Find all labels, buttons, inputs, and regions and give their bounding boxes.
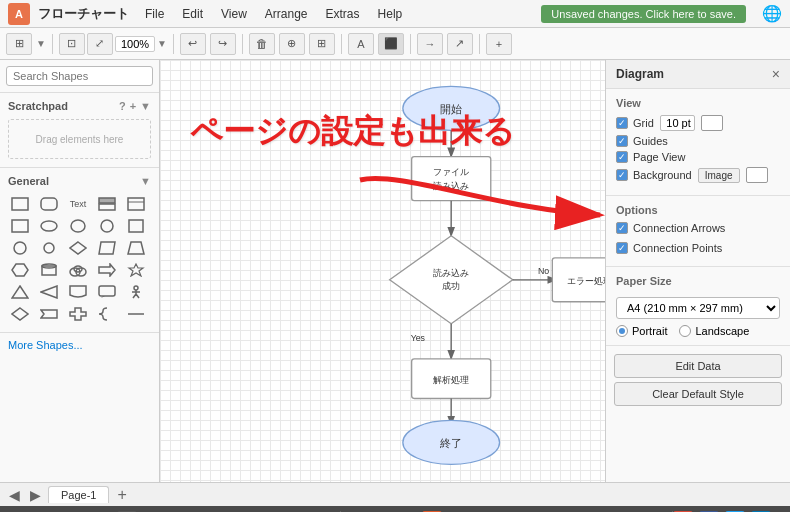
more-shapes-link[interactable]: More Shapes... [0,332,159,357]
paste-btn[interactable]: ⊞ [309,33,335,55]
menu-view[interactable]: View [213,5,255,23]
paper-size-select[interactable]: A4 (210 mm × 297 mm) A3 (297 mm × 420 mm… [616,297,780,319]
shape-banner[interactable] [37,304,61,324]
landscape-radio[interactable]: Landscape [679,325,749,337]
shape-tri[interactable] [8,282,32,302]
zoom-reset-btn[interactable]: ⤢ [87,33,113,55]
page-view-btn[interactable]: ⊞ [6,33,32,55]
shape-callout[interactable] [95,282,119,302]
scratchpad-expand-icon[interactable]: ▼ [140,100,151,112]
page-view-row: Page View [616,151,780,163]
shape-ellipse[interactable] [66,216,90,236]
shape-arrow[interactable] [95,260,119,280]
format-btn[interactable]: A [348,33,374,55]
portrait-dot [616,325,628,337]
shape-rect[interactable] [8,194,32,214]
guides-checkbox[interactable] [616,135,628,147]
panel-close-btn[interactable]: × [772,66,780,82]
bg-color-box[interactable] [746,167,768,183]
arrow-btn[interactable]: → [417,33,443,55]
menu-edit[interactable]: Edit [174,5,211,23]
shape-rect2[interactable] [8,216,32,236]
zoom-level[interactable]: 100% [115,36,155,52]
shape-doc[interactable] [66,282,90,302]
shape-trap[interactable] [124,238,148,258]
clear-style-btn[interactable]: Clear Default Style [614,382,782,406]
svg-rect-4 [128,198,144,210]
shape-line[interactable] [124,304,148,324]
canvas-area[interactable]: ページの設定も出来る 開始 ファイル 読み込み 読 [160,60,605,482]
shape-diam[interactable] [66,238,90,258]
orientation-row: Portrait Landscape [616,325,780,337]
menu-arrange[interactable]: Arrange [257,5,316,23]
bg-checkbox[interactable] [616,169,628,181]
search-input[interactable] [6,66,153,86]
options-section: Options Connection Arrows Connection Poi… [606,196,790,267]
shape-cross[interactable] [66,304,90,324]
menu-help[interactable]: Help [370,5,411,23]
conn-arrows-checkbox[interactable] [616,222,628,234]
grid-color-box[interactable] [701,115,723,131]
shape-cloud[interactable] [66,260,90,280]
shape-cyl[interactable] [37,260,61,280]
delete-btn[interactable]: 🗑 [249,33,275,55]
conn-points-row: Connection Points [616,242,780,254]
shape-oval[interactable] [37,216,61,236]
fill-btn[interactable]: ⬛ [378,33,404,55]
shape-link[interactable] [124,194,148,214]
tab-nav-left[interactable]: ◀ [6,487,23,503]
page-view-checkbox-wrap: Page View [616,151,685,163]
shape-circle[interactable] [95,216,119,236]
edit-data-btn[interactable]: Edit Data [614,354,782,378]
copy-btn[interactable]: ⊕ [279,33,305,55]
sep2 [173,34,174,54]
conn-points-wrap: Connection Points [616,242,722,254]
portrait-radio[interactable]: Portrait [616,325,667,337]
tab-nav-right[interactable]: ▶ [27,487,44,503]
redo-btn[interactable]: ↪ [210,33,236,55]
grid-label: Grid [633,117,654,129]
grid-checkbox[interactable] [616,117,628,129]
shape-square[interactable] [124,216,148,236]
add-page-btn[interactable]: + [113,486,130,504]
zoom-fit-btn[interactable]: ⊡ [59,33,85,55]
titlebar: A フローチャート File Edit View Arrange Extras … [0,0,790,28]
menu-file[interactable]: File [137,5,172,23]
shape-tri2[interactable] [37,282,61,302]
shape-circle3[interactable] [37,238,61,258]
general-collapse-icon[interactable]: ▼ [140,175,151,187]
shape-para[interactable] [95,238,119,258]
scratchpad-add-icon[interactable]: + [130,100,136,112]
waypoint-btn[interactable]: ↗ [447,33,473,55]
scratchpad-hint-icon[interactable]: ? [119,100,126,112]
scratchpad-section: Scratchpad ? + ▼ Drag elements here [0,93,159,168]
page-tab-1[interactable]: Page-1 [48,486,109,503]
shape-brace[interactable] [95,304,119,324]
insert-btn[interactable]: + [486,33,512,55]
guides-checkbox-wrap: Guides [616,135,668,147]
shape-text[interactable]: Text [66,194,90,214]
bg-checkbox-wrap: Background [616,169,692,181]
shape-diamond2[interactable] [8,304,32,324]
globe-icon[interactable]: 🌐 [762,4,782,23]
sep3 [242,34,243,54]
save-notice[interactable]: Unsaved changes. Click here to save. [541,5,746,23]
shape-heading[interactable] [95,194,119,214]
conn-points-checkbox[interactable] [616,242,628,254]
shape-star[interactable] [124,260,148,280]
grid-value-input[interactable] [660,115,695,131]
page-view-checkbox[interactable] [616,151,628,163]
bg-image-btn[interactable]: Image [698,168,740,183]
shape-actor[interactable] [124,282,148,302]
undo-btn[interactable]: ↩ [180,33,206,55]
general-header: General ▼ [4,172,155,190]
shape-hex[interactable] [8,260,32,280]
svg-marker-13 [70,242,86,254]
svg-marker-25 [41,286,57,298]
shape-rounded-rect[interactable] [37,194,61,214]
menu-extras[interactable]: Extras [318,5,368,23]
svg-rect-1 [41,198,57,210]
fc-decision-label2: 成功 [442,281,460,291]
shape-circle2[interactable] [8,238,32,258]
action-buttons: Edit Data Clear Default Style [606,346,790,418]
